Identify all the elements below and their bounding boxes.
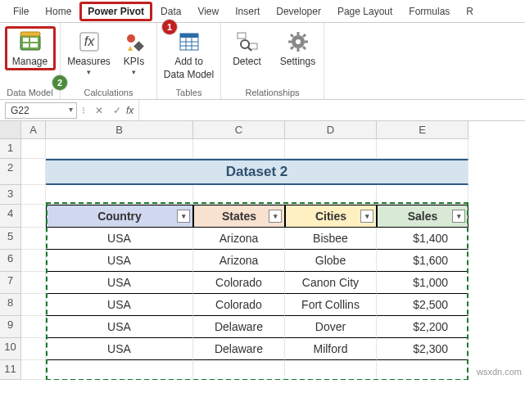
cell[interactable] — [193, 185, 285, 205]
cancel-icon[interactable]: ✕ — [90, 105, 108, 116]
cell[interactable] — [46, 185, 193, 205]
tab-developer[interactable]: Developer — [268, 2, 329, 20]
table-cell[interactable]: $2,300 — [377, 338, 468, 360]
table-cell[interactable]: USA — [46, 272, 193, 294]
table-cell[interactable]: Fort Collins — [285, 294, 377, 316]
cell[interactable] — [377, 139, 468, 159]
cell[interactable] — [21, 159, 46, 185]
detect-label: Detect — [233, 56, 261, 68]
tab-insert[interactable]: Insert — [227, 2, 268, 20]
dataset-title[interactable]: Dataset 2 — [46, 159, 468, 185]
manage-button[interactable]: Manage — [5, 26, 56, 70]
table-header-country[interactable]: Country ▾ — [46, 205, 193, 228]
table-cell[interactable]: USA — [46, 228, 193, 250]
table-cell[interactable]: Delaware — [193, 316, 285, 338]
table-cell[interactable]: Globe — [285, 250, 377, 272]
worksheet-grid[interactable]: A B C D E 1 2 Dataset 2 3 4 Country ▾ St… — [0, 121, 525, 380]
filter-button[interactable]: ▾ — [177, 210, 190, 223]
cell[interactable] — [21, 338, 46, 360]
table-cell[interactable]: $1,000 — [377, 272, 468, 294]
cell[interactable] — [21, 294, 46, 316]
formula-input[interactable] — [138, 100, 525, 120]
table-cell[interactable]: USA — [46, 294, 193, 316]
row-header[interactable]: 6 — [0, 250, 21, 272]
row-header[interactable]: 11 — [0, 360, 21, 380]
settings-button[interactable]: Settings — [274, 26, 322, 70]
table-cell[interactable]: $1,600 — [377, 250, 468, 272]
row-header[interactable]: 4 — [0, 205, 21, 228]
cell[interactable] — [21, 272, 46, 294]
fx-icon[interactable]: fx — [126, 105, 138, 116]
table-header-states[interactable]: States ▾ — [193, 205, 285, 228]
filter-button[interactable]: ▾ — [452, 210, 465, 223]
tab-formulas[interactable]: Formulas — [401, 2, 458, 20]
kpis-label: KPIs — [124, 56, 144, 68]
cell[interactable] — [21, 205, 46, 228]
cell[interactable] — [21, 139, 46, 159]
col-header-a[interactable]: A — [21, 121, 46, 139]
tab-overflow[interactable]: R — [458, 2, 482, 20]
cell[interactable] — [21, 228, 46, 250]
table-cell[interactable]: $2,200 — [377, 316, 468, 338]
tab-power-pivot[interactable]: Power Pivot — [79, 2, 152, 21]
table-header-cities[interactable]: Cities ▾ — [285, 205, 377, 228]
cell[interactable] — [285, 139, 377, 159]
cell[interactable] — [377, 360, 468, 380]
confirm-icon[interactable]: ✓ — [108, 105, 126, 116]
tab-home[interactable]: Home — [37, 2, 79, 20]
detect-button[interactable]: Detect — [224, 26, 271, 70]
table-cell[interactable]: Canon City — [285, 272, 377, 294]
table-cell[interactable]: $1,400 — [377, 228, 468, 250]
table-header-sales[interactable]: Sales ▾ — [377, 205, 468, 228]
filter-button[interactable]: ▾ — [360, 210, 373, 223]
row-header[interactable]: 9 — [0, 316, 21, 338]
table-cell[interactable]: $2,500 — [377, 294, 468, 316]
row-header[interactable]: 3 — [0, 185, 21, 205]
table-cell[interactable]: Arizona — [193, 250, 285, 272]
select-all-corner[interactable] — [0, 121, 21, 139]
tab-view[interactable]: View — [189, 2, 227, 20]
fx-down-icon[interactable]: ⁝ — [77, 105, 90, 116]
col-header-e[interactable]: E — [377, 121, 468, 139]
cell[interactable] — [377, 185, 468, 205]
cell[interactable] — [285, 360, 377, 380]
cell[interactable] — [21, 360, 46, 380]
table-cell[interactable]: Dover — [285, 316, 377, 338]
name-box[interactable]: G22 — [5, 102, 77, 119]
tab-data[interactable]: Data — [152, 2, 189, 20]
row-header[interactable]: 10 — [0, 338, 21, 360]
row-header[interactable]: 8 — [0, 294, 21, 316]
table-cell[interactable]: Arizona — [193, 228, 285, 250]
table-cell[interactable]: Milford — [285, 338, 377, 360]
cell[interactable] — [46, 360, 193, 380]
measures-button[interactable]: fx Measures ▾ — [66, 26, 113, 79]
tab-page-layout[interactable]: Page Layout — [329, 2, 401, 20]
row-header[interactable]: 1 — [0, 139, 21, 159]
col-header-d[interactable]: D — [285, 121, 377, 139]
table-cell[interactable]: USA — [46, 316, 193, 338]
cell[interactable] — [21, 316, 46, 338]
table-cell[interactable]: Colorado — [193, 294, 285, 316]
row-header[interactable]: 5 — [0, 228, 21, 250]
row-header[interactable]: 7 — [0, 272, 21, 294]
add-to-data-model-button[interactable]: Add to Data Model — [162, 26, 216, 84]
table-cell[interactable]: Bisbee — [285, 228, 377, 250]
col-header-b[interactable]: B — [46, 121, 193, 139]
cell[interactable] — [21, 250, 46, 272]
row-header[interactable]: 2 — [0, 159, 21, 185]
ribbon-tabs: File Home Power Pivot Data View Insert D… — [0, 0, 525, 23]
cell[interactable] — [193, 360, 285, 380]
col-header-c[interactable]: C — [193, 121, 285, 139]
cell[interactable] — [21, 185, 46, 205]
cell[interactable] — [285, 185, 377, 205]
table-cell[interactable]: Delaware — [193, 338, 285, 360]
cell[interactable] — [193, 139, 285, 159]
table-cell[interactable]: USA — [46, 250, 193, 272]
svg-rect-12 — [180, 34, 198, 38]
filter-button[interactable]: ▾ — [269, 210, 282, 223]
table-cell[interactable]: Colorado — [193, 272, 285, 294]
cell[interactable] — [46, 139, 193, 159]
tab-file[interactable]: File — [5, 2, 37, 20]
kpis-button[interactable]: KPIs ▾ — [116, 26, 152, 79]
table-cell[interactable]: USA — [46, 338, 193, 360]
